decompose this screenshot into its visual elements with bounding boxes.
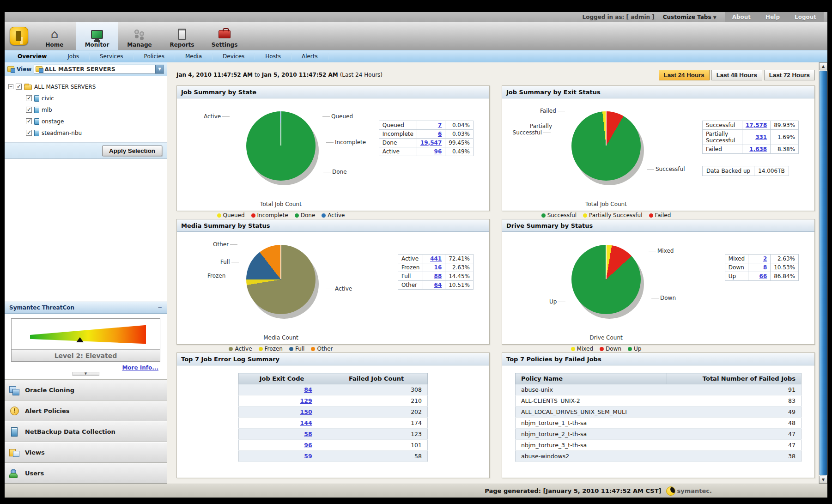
table-row: 84308 xyxy=(239,384,428,395)
exit-code-link[interactable]: 96 xyxy=(304,442,312,449)
threatcon-collapse-handle[interactable]: ▼ xyxy=(11,372,160,377)
tab-reports[interactable]: Reports xyxy=(161,22,203,50)
row-label: Failed xyxy=(702,145,742,154)
count-link[interactable]: 6 xyxy=(438,131,442,137)
tree-root-row[interactable]: − ALL MASTER SERVERS xyxy=(8,81,163,92)
pie-callout-active: Active xyxy=(325,285,352,292)
table-row: abuse-unix91 xyxy=(516,384,802,395)
exit-code-link[interactable]: 129 xyxy=(300,397,312,404)
tree-server-row[interactable]: mlb xyxy=(8,104,163,115)
threatcon-minimize-button[interactable]: − xyxy=(158,304,162,311)
pie-caption: Total Job Count xyxy=(214,201,348,207)
tree-server-row[interactable]: steadman-nbu xyxy=(8,127,163,139)
subnav-item-media[interactable]: Media xyxy=(175,53,213,60)
server-checkbox[interactable] xyxy=(26,130,32,136)
pie-callout-mixed: Mixed xyxy=(647,248,674,254)
sidebar-item-users[interactable]: Users xyxy=(5,463,167,484)
subnav-item-services[interactable]: Services xyxy=(90,53,134,60)
cell-policy-name: abuse-windows2 xyxy=(516,451,667,462)
sidebar-item-oracle-cloning[interactable]: Oracle Cloning xyxy=(5,380,167,401)
row-count: 331 xyxy=(742,130,770,145)
table-row: Successful17,57889.93% xyxy=(702,121,798,130)
count-link[interactable]: 64 xyxy=(434,282,442,288)
tree-server-row[interactable]: onstage xyxy=(8,115,163,127)
tab-label: Manage xyxy=(127,42,152,48)
count-link[interactable]: 96 xyxy=(434,148,442,155)
table-row: Frozen162.63% xyxy=(398,263,473,272)
count-link[interactable]: 7 xyxy=(438,122,442,128)
count-link[interactable]: 88 xyxy=(434,273,442,279)
main-toolbar: ⌂HomeMonitorManageReportsSettings xyxy=(5,22,827,50)
count-link[interactable]: 16 xyxy=(434,264,442,271)
server-checkbox[interactable] xyxy=(26,118,32,124)
tab-label: Monitor xyxy=(85,42,109,48)
legend-item-frozen: Frozen xyxy=(259,346,283,352)
subnav-item-alerts[interactable]: Alerts xyxy=(292,53,328,60)
sidebar-item-views[interactable]: Views xyxy=(5,442,167,463)
view-dropdown[interactable]: ALL MASTER SERVERS ▼ xyxy=(34,65,164,74)
table-header-row: Job Exit CodeFailed Job Count xyxy=(239,373,428,384)
subnav-item-jobs[interactable]: Jobs xyxy=(57,53,90,60)
session-link-about[interactable]: About xyxy=(725,14,758,20)
subnav-item-policies[interactable]: Policies xyxy=(134,53,175,60)
scroll-up-arrow[interactable]: ▲ xyxy=(819,62,827,70)
server-checkbox[interactable] xyxy=(26,107,32,113)
summary-table-media-status: Active44172.41%Frozen162.63%Full8814.45%… xyxy=(398,254,474,290)
sidebar-item-netbackup-data-collection[interactable]: NetBackup Data Collection xyxy=(5,421,167,442)
exit-code-link[interactable]: 150 xyxy=(300,408,312,415)
tab-home[interactable]: ⌂Home xyxy=(33,22,76,50)
table-row: Other6410.51% xyxy=(398,281,473,290)
sidebar-item-alert-policies[interactable]: Alert Policies xyxy=(5,401,167,421)
session-link-logout[interactable]: Logout xyxy=(787,14,824,20)
pie-job-state xyxy=(246,111,316,181)
range-button-last-48-hours[interactable]: Last 48 Hours xyxy=(711,70,762,80)
root-checkbox[interactable] xyxy=(16,84,22,90)
count-link[interactable]: 441 xyxy=(430,255,442,262)
cell-count: 47 xyxy=(667,429,802,440)
table-row: Active960.49% xyxy=(379,147,473,156)
leader-line xyxy=(227,276,234,276)
exit-code-link[interactable]: 84 xyxy=(304,386,312,393)
scroll-down-arrow[interactable]: ▼ xyxy=(819,476,827,484)
tree-expander-icon[interactable]: − xyxy=(8,84,13,89)
footer-bar: Page generated: [January 5, 2010 11:47:5… xyxy=(5,484,827,498)
subnav-item-devices[interactable]: Devices xyxy=(213,53,255,60)
count-link[interactable]: 17,578 xyxy=(746,122,767,128)
threatcon-more-info-link[interactable]: More Info... xyxy=(11,362,160,372)
tab-monitor[interactable]: Monitor xyxy=(76,22,118,50)
leader-line xyxy=(230,244,237,245)
exit-code-link[interactable]: 144 xyxy=(300,419,312,426)
legend-dot xyxy=(217,213,221,218)
view-dropdown-arrow[interactable]: ▼ xyxy=(155,65,164,73)
count-link[interactable]: 19,547 xyxy=(420,140,442,146)
server-checkbox[interactable] xyxy=(26,95,32,101)
customize-tabs-menu[interactable]: Customize Tabs ▼ xyxy=(663,14,717,20)
legend-item-queued: Queued xyxy=(217,212,245,219)
count-link[interactable]: 1,638 xyxy=(749,146,767,152)
range-button-last-72-hours[interactable]: Last 72 Hours xyxy=(764,70,815,80)
tab-manage[interactable]: Manage xyxy=(118,22,161,50)
range-button-last-24-hours[interactable]: Last 24 Hours xyxy=(659,70,710,80)
exit-code-link[interactable]: 59 xyxy=(304,453,312,460)
table-row: 150202 xyxy=(239,407,428,418)
cell-count: 202 xyxy=(325,407,428,418)
exit-code-link[interactable]: 58 xyxy=(304,431,312,437)
count-link[interactable]: 331 xyxy=(755,134,767,140)
pie-callout-active: Active xyxy=(204,113,231,120)
subnav-item-overview[interactable]: Overview xyxy=(7,53,57,60)
apply-selection-button[interactable]: Apply Selection xyxy=(102,146,162,156)
table-row: Data Backed up14.006TB xyxy=(702,166,789,176)
count-link[interactable]: 8 xyxy=(763,264,767,271)
subnav-item-hosts[interactable]: Hosts xyxy=(255,53,292,60)
count-link[interactable]: 66 xyxy=(759,273,767,279)
tree-server-row[interactable]: civic xyxy=(8,92,163,104)
session-link-help[interactable]: Help xyxy=(758,14,787,20)
leader-line xyxy=(323,172,331,172)
vertical-scrollbar[interactable]: ▲ ▼ xyxy=(819,62,827,484)
tab-settings[interactable]: Settings xyxy=(203,22,246,50)
cell-exit-code: 144 xyxy=(239,418,325,429)
row-percent: 72.41% xyxy=(445,255,474,263)
scrollbar-thumb[interactable] xyxy=(820,71,827,475)
table-row: 5958 xyxy=(239,451,428,462)
count-link[interactable]: 2 xyxy=(763,255,767,262)
